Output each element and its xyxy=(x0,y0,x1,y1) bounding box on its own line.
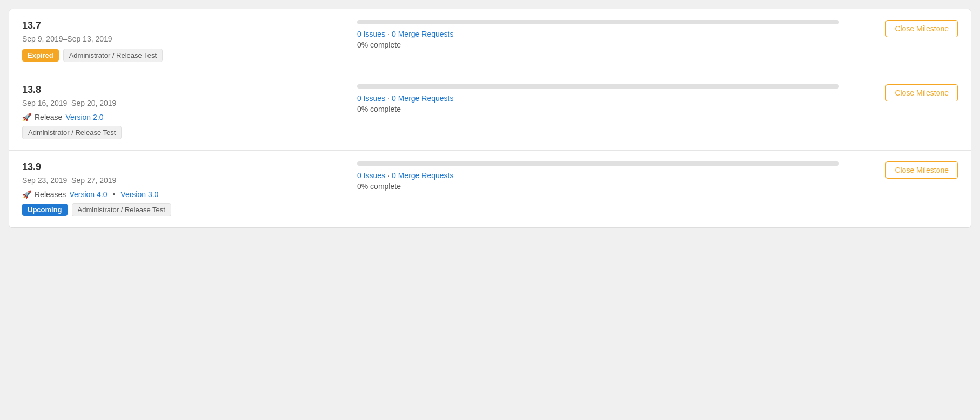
milestone-action: Close Milestone xyxy=(861,20,958,37)
milestone-row: 13.8Sep 16, 2019–Sep 20, 2019🚀ReleaseVer… xyxy=(9,73,971,151)
release-version-link[interactable]: Version 4.0 xyxy=(69,190,107,199)
rocket-icon: 🚀 xyxy=(22,190,31,199)
milestones-list: 13.7Sep 9, 2019–Sep 13, 2019ExpiredAdmin… xyxy=(9,9,971,228)
release-prefix: Releases xyxy=(35,190,66,199)
release-version-link[interactable]: Version 2.0 xyxy=(65,113,103,121)
complete-label: 0% complete xyxy=(357,40,839,49)
complete-label: 0% complete xyxy=(357,182,839,191)
milestone-stats: 0 Issues·0 Merge Requests0% complete xyxy=(335,20,861,49)
complete-label: 0% complete xyxy=(357,105,839,113)
stats-separator: · xyxy=(387,94,390,103)
merge-requests-link[interactable]: 0 Merge Requests xyxy=(392,171,453,180)
milestone-title: 13.7 xyxy=(22,20,335,31)
progress-bar-track xyxy=(357,20,839,24)
milestone-info-13.7: 13.7Sep 9, 2019–Sep 13, 2019ExpiredAdmin… xyxy=(22,20,335,62)
milestone-stats: 0 Issues·0 Merge Requests0% complete xyxy=(335,161,861,191)
close-milestone-button[interactable]: Close Milestone xyxy=(885,84,958,101)
stats-separator: · xyxy=(387,30,390,38)
progress-bar-track xyxy=(357,161,839,166)
release-prefix: Release xyxy=(35,113,62,121)
milestone-dates: Sep 16, 2019–Sep 20, 2019 xyxy=(22,99,335,107)
milestone-action: Close Milestone xyxy=(861,84,958,101)
issues-link[interactable]: 0 Issues xyxy=(357,171,385,180)
stats-links: 0 Issues·0 Merge Requests xyxy=(357,171,839,180)
upcoming-badge: Upcoming xyxy=(22,204,68,216)
milestone-stats: 0 Issues·0 Merge Requests0% complete xyxy=(335,84,861,113)
project-badge: Administrator / Release Test xyxy=(72,203,171,216)
merge-requests-link[interactable]: 0 Merge Requests xyxy=(392,30,453,38)
milestone-title: 13.8 xyxy=(22,84,335,96)
milestone-dates: Sep 23, 2019–Sep 27, 2019 xyxy=(22,176,335,185)
stats-links: 0 Issues·0 Merge Requests xyxy=(357,30,839,38)
issues-link[interactable]: 0 Issues xyxy=(357,94,385,103)
milestone-info-13.9: 13.9Sep 23, 2019–Sep 27, 2019🚀ReleasesVe… xyxy=(22,161,335,216)
progress-bar-track xyxy=(357,84,839,89)
milestone-info-13.8: 13.8Sep 16, 2019–Sep 20, 2019🚀ReleaseVer… xyxy=(22,84,335,139)
close-milestone-button[interactable]: Close Milestone xyxy=(885,161,958,179)
milestone-row: 13.9Sep 23, 2019–Sep 27, 2019🚀ReleasesVe… xyxy=(9,151,971,227)
milestone-tags: Administrator / Release Test xyxy=(22,126,335,139)
close-milestone-button[interactable]: Close Milestone xyxy=(885,20,958,37)
project-badge: Administrator / Release Test xyxy=(22,126,122,139)
milestone-row: 13.7Sep 9, 2019–Sep 13, 2019ExpiredAdmin… xyxy=(9,9,971,73)
milestone-tags: ExpiredAdministrator / Release Test xyxy=(22,49,335,62)
rocket-icon: 🚀 xyxy=(22,113,31,121)
milestone-title: 13.9 xyxy=(22,161,335,173)
milestone-dates: Sep 9, 2019–Sep 13, 2019 xyxy=(22,35,335,43)
merge-requests-link[interactable]: 0 Merge Requests xyxy=(392,94,453,103)
expired-badge: Expired xyxy=(22,49,59,62)
release-version-link[interactable]: Version 3.0 xyxy=(120,190,158,199)
milestone-tags: UpcomingAdministrator / Release Test xyxy=(22,203,335,216)
release-separator: • xyxy=(112,190,115,199)
issues-link[interactable]: 0 Issues xyxy=(357,30,385,38)
project-badge: Administrator / Release Test xyxy=(63,49,163,62)
stats-separator: · xyxy=(387,171,390,180)
milestone-release: 🚀ReleaseVersion 2.0 xyxy=(22,113,335,121)
milestone-action: Close Milestone xyxy=(861,161,958,179)
milestone-release: 🚀ReleasesVersion 4.0•Version 3.0 xyxy=(22,190,335,199)
stats-links: 0 Issues·0 Merge Requests xyxy=(357,94,839,103)
